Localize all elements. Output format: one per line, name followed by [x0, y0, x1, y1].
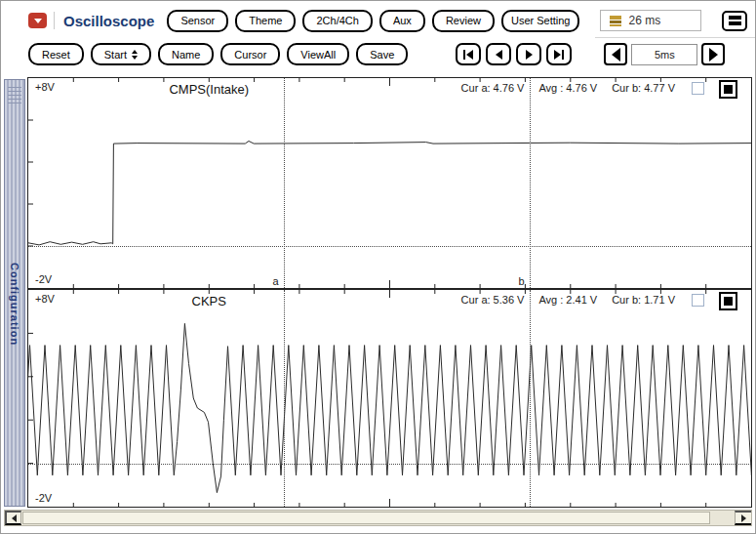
review-button[interactable]: Review [432, 10, 495, 32]
reset-button[interactable]: Reset [28, 43, 84, 65]
black-square-icon [724, 297, 733, 306]
divider [54, 12, 55, 29]
right-arrow-icon [709, 48, 718, 62]
channel-mode-button[interactable]: 2Ch/4Ch [302, 10, 372, 32]
cursor-a-line[interactable] [284, 290, 285, 507]
ch1-cur-a: Cur a: 4.76 V [461, 82, 525, 94]
forward-icon [526, 50, 533, 60]
ch2-cur-b: Cur b: 1.71 V [612, 294, 675, 306]
ch1-bottom-scale-label: -2V [35, 273, 52, 285]
menu-button[interactable] [722, 11, 747, 31]
ch2-top-scale-label: +8V [35, 293, 55, 305]
ch2-readouts: Cur a: 5.36 V Avg : 2.41 V Cur b: 1.71 V [461, 294, 675, 306]
ch2-cur-a: Cur a: 5.36 V [461, 294, 525, 306]
menu-icon [729, 16, 741, 20]
scrollbar-thumb[interactable] [22, 512, 710, 524]
ch1-top-scale-label: +8V [35, 81, 55, 93]
oscilloscope-window: Oscilloscope Sensor Theme 2Ch/4Ch Aux Re… [0, 0, 756, 534]
cursor-ab-time-display: 26 ms [600, 10, 701, 31]
chevron-down-icon [34, 19, 42, 23]
cursor-b-line[interactable] [530, 290, 531, 507]
ch2-bottom-scale-label: -2V [35, 492, 52, 504]
ch2-title: CKPS [192, 294, 226, 308]
cursor-a-line[interactable] [284, 78, 285, 288]
toolbar: Reset Start Name Cursor ViewAll Save 5ms [28, 41, 747, 67]
step-back-button[interactable] [486, 43, 511, 65]
cursor-ab-time-value: 26 ms [628, 14, 660, 27]
cursor-button[interactable]: Cursor [220, 43, 280, 65]
cursor-b-line[interactable] [530, 78, 531, 288]
ch2-avg: Avg : 2.41 V [538, 294, 597, 306]
left-arrow-icon [612, 48, 620, 62]
cursor-b-label: b [519, 275, 525, 287]
timebase-decrease-button[interactable] [604, 43, 627, 65]
channel-cmps-plot[interactable]: +8V CMPS(Intake) Cur a: 4.76 V Avg : 4.7… [27, 77, 752, 289]
start-button[interactable]: Start [91, 43, 151, 65]
ch1-avg: Avg : 4.76 V [538, 82, 597, 94]
theme-button[interactable]: Theme [235, 10, 296, 32]
back-icon [496, 50, 502, 60]
skip-start-icon [466, 50, 473, 60]
start-spinner-icon [132, 50, 138, 60]
grip-icon [8, 87, 21, 103]
ch2-trace-style-button[interactable] [719, 292, 737, 310]
sidebar-tab-configuration[interactable]: Configuration [4, 79, 25, 507]
step-forward-button[interactable] [516, 43, 541, 65]
ch1-readouts: Cur a: 4.76 V Avg : 4.76 V Cur b: 4.77 V [461, 82, 675, 94]
right-arrow-icon [741, 514, 746, 522]
ch1-trace-style-button[interactable] [719, 80, 737, 99]
user-setting-button[interactable]: User Setting [501, 10, 580, 32]
black-square-icon [724, 85, 733, 94]
ch1-title: CMPS(Intake) [169, 82, 249, 97]
timebase-selector: 5ms [604, 43, 725, 65]
timebase-value: 5ms [631, 44, 697, 65]
ch1-display-checkbox[interactable] [692, 82, 704, 95]
channel-ckps-plot[interactable]: +8V CKPS Cur a: 5.36 V Avg : 2.41 V Cur … [27, 289, 752, 508]
title-bar: Oscilloscope Sensor Theme 2Ch/4Ch Aux Re… [28, 8, 747, 33]
zero-volt-line [28, 246, 751, 247]
left-arrow-icon [12, 514, 17, 522]
viewall-button[interactable]: ViewAll [287, 43, 349, 65]
scope-area: +8V CMPS(Intake) Cur a: 4.76 V Avg : 4.7… [27, 77, 752, 508]
ch2-display-checkbox[interactable] [692, 294, 704, 307]
ch1-cur-b: Cur b: 4.77 V [612, 82, 675, 94]
scroll-right-button[interactable] [735, 511, 751, 525]
page-title: Oscilloscope [63, 13, 154, 29]
app-red-icon[interactable] [28, 13, 47, 28]
sidebar-tab-label: Configuration [9, 103, 20, 506]
cursor-ab-time-icon [610, 16, 621, 26]
timebase-increase-button[interactable] [701, 43, 725, 65]
scroll-left-button[interactable] [5, 511, 21, 525]
scrollbar-track[interactable] [21, 511, 735, 525]
zero-volt-line [28, 464, 751, 465]
skip-end-button[interactable] [546, 43, 572, 65]
save-button[interactable]: Save [356, 43, 408, 65]
skip-end-icon [554, 50, 561, 60]
playback-controls [456, 43, 572, 65]
cursor-a-label: a [273, 275, 279, 287]
horizontal-scrollbar[interactable] [4, 510, 752, 526]
ckps-waveform [28, 290, 751, 507]
aux-button[interactable]: Aux [379, 10, 425, 32]
cmps-waveform [28, 78, 751, 288]
name-button[interactable]: Name [158, 43, 214, 65]
skip-start-button[interactable] [456, 43, 481, 65]
sensor-button[interactable]: Sensor [167, 10, 228, 32]
